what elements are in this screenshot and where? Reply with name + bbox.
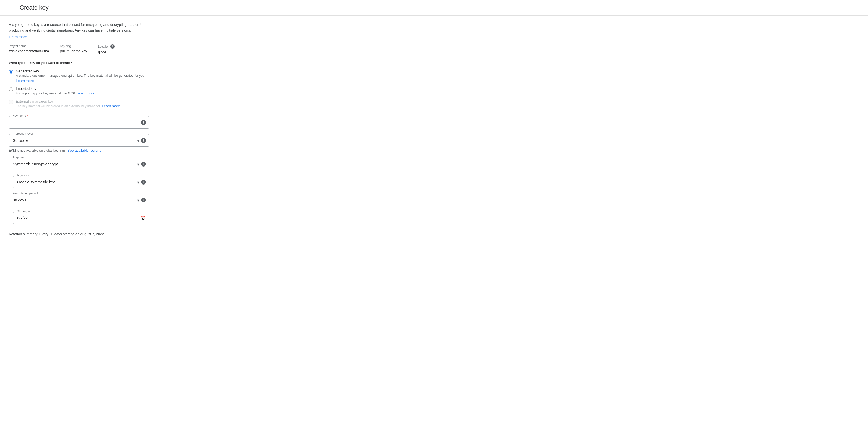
purpose-wrapper: Purpose Symmetric encrypt/decrypt Asymme… xyxy=(9,158,149,170)
protection-level-select[interactable]: Software HSM External External VPC xyxy=(9,134,149,147)
key-name-help-icon[interactable]: ? xyxy=(141,120,146,125)
externally-managed-key-label: Externally managed key xyxy=(16,99,120,103)
rotation-period-wrapper: Key rotation period 90 days 180 days 365… xyxy=(9,194,149,206)
protection-level-help-icon[interactable]: ? xyxy=(141,138,146,143)
key-type-question: What type of key do you want to create? xyxy=(9,61,149,65)
imported-key-label: Imported key xyxy=(16,87,94,91)
key-ring-value: pulumi-demo-key xyxy=(60,49,87,53)
externally-managed-key-content: Externally managed key The key material … xyxy=(16,99,120,109)
rotation-period-field: Key rotation period 90 days 180 days 365… xyxy=(9,194,149,206)
externally-managed-key-option: Externally managed key The key material … xyxy=(9,99,149,109)
location-label: Location ? xyxy=(98,44,115,49)
generated-key-learn-more[interactable]: Learn more xyxy=(16,79,34,83)
purpose-field: Purpose Symmetric encrypt/decrypt Asymme… xyxy=(9,158,149,170)
generated-key-content: Generated key A standard customer manage… xyxy=(16,69,145,84)
meta-section: Project name ttdp-experimentation-2fba K… xyxy=(9,44,149,54)
externally-managed-key-desc: The key material will be stored in an ex… xyxy=(16,103,120,109)
starting-on-label: Starting on xyxy=(16,210,32,213)
key-name-field: Key name ? xyxy=(9,116,149,129)
imported-key-radio[interactable] xyxy=(9,87,13,91)
key-name-wrapper: Key name ? xyxy=(9,116,149,129)
imported-key-desc: For importing your key material into GCP… xyxy=(16,91,94,96)
ekm-note: EKM is not available on global keyrings.… xyxy=(9,148,149,152)
starting-on-field: Starting on 📅 xyxy=(9,212,149,224)
rotation-summary: Rotation summary: Every 90 days starting… xyxy=(9,232,149,236)
project-name-value: ttdp-experimentation-2fba xyxy=(9,49,49,53)
location-meta: Location ? global xyxy=(98,44,115,54)
rotation-period-select[interactable]: 90 days 180 days 365 days Never (manual … xyxy=(9,194,149,206)
generated-key-radio[interactable] xyxy=(9,70,13,74)
externally-managed-key-radio xyxy=(9,100,13,104)
purpose-label: Purpose xyxy=(11,156,25,159)
generated-key-desc: A standard customer managed encryption k… xyxy=(16,73,145,84)
key-name-label: Key name xyxy=(11,114,29,117)
rotation-summary-prefix: Rotation summary: xyxy=(9,232,38,236)
starting-on-wrapper: Starting on 📅 xyxy=(13,212,149,224)
algorithm-wrapper: Algorithm Google symmetric key ▾ ? xyxy=(13,176,149,188)
page-header: ← Create key xyxy=(0,0,868,15)
key-name-input[interactable] xyxy=(9,116,149,129)
back-arrow-icon: ← xyxy=(8,5,13,11)
imported-key-learn-more[interactable]: Learn more xyxy=(76,91,94,95)
protection-level-field: Protection level Software HSM External E… xyxy=(9,134,149,152)
description-text: A cryptographic key is a resource that i… xyxy=(9,22,149,33)
back-button[interactable]: ← xyxy=(6,3,15,12)
rotation-period-label: Key rotation period xyxy=(11,192,39,195)
algorithm-help-icon[interactable]: ? xyxy=(141,180,146,185)
key-ring-label: Key ring xyxy=(60,44,87,47)
generated-key-label: Generated key xyxy=(16,69,145,73)
protection-level-wrapper: Protection level Software HSM External E… xyxy=(9,134,149,147)
calendar-icon[interactable]: 📅 xyxy=(141,216,146,221)
main-content: A cryptographic key is a resource that i… xyxy=(0,15,158,243)
protection-level-label: Protection level xyxy=(11,132,34,135)
algorithm-select[interactable]: Google symmetric key xyxy=(13,176,149,188)
generated-key-option[interactable]: Generated key A standard customer manage… xyxy=(9,69,149,84)
location-value: global xyxy=(98,50,107,54)
algorithm-field: Algorithm Google symmetric key ▾ ? xyxy=(9,176,149,188)
rotation-period-help-icon[interactable]: ? xyxy=(141,198,146,202)
ekm-regions-link[interactable]: See available regions xyxy=(67,148,101,152)
imported-key-option[interactable]: Imported key For importing your key mate… xyxy=(9,87,149,96)
form-section: Key name ? Protection level Software HSM… xyxy=(9,116,149,236)
project-name-meta: Project name ttdp-experimentation-2fba xyxy=(9,44,49,54)
starting-on-input[interactable] xyxy=(13,212,149,224)
key-ring-meta: Key ring pulumi-demo-key xyxy=(60,44,87,54)
purpose-select[interactable]: Symmetric encrypt/decrypt Asymmetric sig… xyxy=(9,158,149,170)
key-type-radio-group: Generated key A standard customer manage… xyxy=(9,69,149,109)
location-help-icon[interactable]: ? xyxy=(110,44,115,49)
purpose-help-icon[interactable]: ? xyxy=(141,162,146,167)
project-name-label: Project name xyxy=(9,44,49,47)
algorithm-label: Algorithm xyxy=(16,174,30,177)
externally-managed-key-learn-more: Learn more xyxy=(102,104,120,108)
page-title: Create key xyxy=(20,4,49,11)
imported-key-content: Imported key For importing your key mate… xyxy=(16,87,94,96)
rotation-summary-text: Every 90 days starting on August 7, 2022 xyxy=(39,232,104,236)
description-learn-more-link[interactable]: Learn more xyxy=(9,35,27,39)
